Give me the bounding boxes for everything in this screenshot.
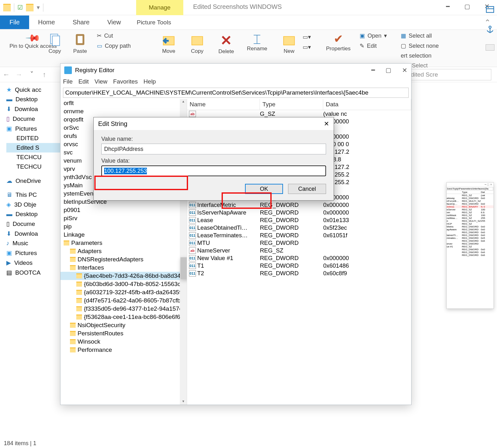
tree-node[interactable]: Winsock <box>60 338 187 346</box>
tree-node[interactable]: {f53628aa-cee1-11ea-bc86-806e6f6e6963} <box>60 313 187 321</box>
minimize-button[interactable]: ━ <box>438 0 457 13</box>
desktop2-node[interactable]: ▬Desktop <box>6 209 60 219</box>
3d-node[interactable]: ◈3D Obje <box>6 200 60 209</box>
edit-button[interactable]: ✎Edit <box>358 42 389 50</box>
invert-button[interactable]: ert selection <box>399 52 441 60</box>
share-tab[interactable]: Share <box>64 16 98 29</box>
rename-icon[interactable]: ⌶ <box>254 32 261 46</box>
home-tab[interactable]: Home <box>29 16 64 29</box>
menu-favorites[interactable]: Favorites <box>113 78 138 85</box>
file-tab[interactable]: File <box>0 16 29 29</box>
col-name[interactable]: Name <box>187 99 260 110</box>
tree-node[interactable]: {d4f7e571-6a22-4a06-8605-7b87cfb0bd06} <box>60 296 187 305</box>
value-row[interactable]: 011LeaseObtainedTi…REG_DWORD0x5f23ec <box>187 224 411 232</box>
tree-node[interactable]: Parameters <box>60 239 187 247</box>
value-row[interactable]: 011InterfaceMetricREG_DWORD0x000000 <box>187 201 411 209</box>
value-row[interactable]: 011T2REG_DWORD0x60c8f9 <box>187 270 411 277</box>
value-row[interactable]: 011MTUREG_DWORD <box>187 239 411 247</box>
col-type[interactable]: Type <box>260 99 323 110</box>
maximize-button[interactable]: ▢ <box>386 66 391 74</box>
downloads-node[interactable]: ⬇Downloa <box>6 104 60 114</box>
value-row[interactable]: 011New Value #1REG_DWORD0x000000 <box>187 254 411 262</box>
value-row[interactable]: abG_SZ(value nc <box>187 110 411 118</box>
tree-node[interactable]: {6b03bd6d-3d00-47bb-8052-15563c283ebe <box>60 280 187 288</box>
drive-node[interactable]: ▤BOOTCA <box>6 268 60 277</box>
panel-icon[interactable] <box>486 5 494 14</box>
tree-node[interactable]: Adapters <box>60 247 187 255</box>
value-row[interactable]: 011LeaseREG_DWORD0x01e133 <box>187 216 411 224</box>
minimize-button[interactable]: ━ <box>371 66 375 74</box>
value-row[interactable]: abNameServerREG_SZ <box>187 247 411 254</box>
desktop-node[interactable]: ▬Desktop <box>6 95 60 104</box>
tree-node[interactable]: {f3335d05-de96-4377-b1e2-94a157e647b0 <box>60 305 187 313</box>
docs2-node[interactable]: ▯Docume <box>6 219 60 229</box>
open-button[interactable]: ▣Open ▾ <box>358 32 389 40</box>
folder-node[interactable]: EDITED <box>6 134 60 143</box>
scroll-down-icon[interactable]: ▾ <box>180 399 187 405</box>
history-button[interactable]: ˅ <box>25 71 38 79</box>
tree-node[interactable]: NsiObjectSecurity <box>60 321 187 329</box>
tree-node[interactable]: Linkage <box>60 231 187 239</box>
tree-node[interactable]: ornvme <box>60 107 187 115</box>
maximize-button[interactable]: ▢ <box>457 0 477 13</box>
explorer-tree[interactable]: ★Quick acc ▬Desktop ⬇Downloa ▯Docume ▣Pi… <box>0 82 60 439</box>
value-row[interactable]: 011LeaseTerminates…REG_DWORD0x61051f <box>187 232 411 239</box>
picture-tools-tab[interactable]: Picture Tools <box>130 16 178 29</box>
tree-node[interactable]: {5aec4beb-7dd3-426a-86bd-ba8d34636ffe} <box>60 272 187 280</box>
cancel-button[interactable]: Cancel <box>288 184 326 194</box>
cut-button[interactable]: ✂Cut <box>95 32 133 40</box>
onedrive-node[interactable]: ☁OneDrive <box>6 176 60 186</box>
scroll-up-icon[interactable]: ▴ <box>180 99 187 105</box>
documents-node[interactable]: ▯Docume <box>6 114 60 124</box>
menu-file[interactable]: File <box>63 78 73 85</box>
copy-icon[interactable] <box>47 32 62 47</box>
music-node[interactable]: ♪Music <box>6 239 60 248</box>
videos-node[interactable]: ▶Videos <box>6 258 60 268</box>
tree-node[interactable]: Performance <box>60 346 187 354</box>
folder-node[interactable]: TECHCU <box>6 152 60 162</box>
copypath-button[interactable]: ▭Copy path <box>95 42 133 50</box>
moveto-icon[interactable] <box>161 32 176 47</box>
thispc-node[interactable]: 🖥This PC <box>6 190 60 200</box>
selectnone-button[interactable]: ▢Select none <box>399 42 441 50</box>
value-row[interactable]: 011T1REG_DWORD0x601486 <box>187 262 411 270</box>
anchor-icon[interactable] <box>486 25 494 34</box>
pictures-node[interactable]: ▣Pictures <box>6 124 60 134</box>
value-row[interactable]: 011IsServerNapAwareREG_DWORD0x000000 <box>187 209 411 216</box>
value-data-field[interactable] <box>101 165 326 176</box>
tree-node[interactable]: pip <box>60 222 187 231</box>
checkbox-icon[interactable]: ☑ <box>17 4 23 11</box>
close-button[interactable]: ✕ <box>402 66 407 74</box>
tree-node[interactable]: piSrv <box>60 214 187 222</box>
ok-button[interactable]: OK <box>245 184 283 194</box>
paste-icon[interactable] <box>73 32 87 47</box>
col-data[interactable]: Data <box>323 99 411 110</box>
tree-node[interactable]: PersistentRoutes <box>60 329 187 338</box>
manage-tab[interactable]: Manage <box>136 0 183 15</box>
menu-edit[interactable]: Edit <box>79 78 89 85</box>
tree-node[interactable]: p0901 <box>60 206 187 214</box>
quick-access-node[interactable]: ★Quick acc <box>6 85 60 95</box>
selectall-button[interactable]: ▦Select all <box>399 32 441 40</box>
regedit-path[interactable]: Computer\HKEY_LOCAL_MACHINE\SYSTEM\Curre… <box>63 88 409 98</box>
column-headers[interactable]: Name Type Data <box>187 99 411 110</box>
menu-help[interactable]: Help <box>143 78 156 85</box>
folder-node-selected[interactable]: Edited S <box>6 143 60 152</box>
close-button[interactable]: ✕ <box>324 120 329 128</box>
easyaccess-button[interactable]: ▭▾ <box>301 43 313 51</box>
pictures2-node[interactable]: ▣Pictures <box>6 248 60 258</box>
menu-view[interactable]: View <box>94 78 107 85</box>
panel-button[interactable] <box>486 44 494 51</box>
tree-node[interactable]: orflt <box>60 99 187 107</box>
tree-node[interactable]: Interfaces <box>60 264 187 272</box>
downloads2-node[interactable]: ⬇Downloa <box>6 229 60 239</box>
folder-node[interactable]: TECHCU <box>6 162 60 171</box>
tree-node[interactable]: DNSRegisteredAdapters <box>60 255 187 264</box>
forward-button[interactable]: → <box>13 71 25 79</box>
back-button[interactable]: ← <box>0 71 13 79</box>
scroll-thumb[interactable] <box>180 257 187 279</box>
regedit-titlebar[interactable]: Registry Editor ━ ▢ ✕ <box>60 64 411 77</box>
delete-icon[interactable]: ✕ <box>220 32 232 48</box>
view-tab[interactable]: View <box>98 16 130 29</box>
tree-node[interactable]: {a6032719-322f-45fb-a4f3-da2643591a5d} <box>60 288 187 296</box>
